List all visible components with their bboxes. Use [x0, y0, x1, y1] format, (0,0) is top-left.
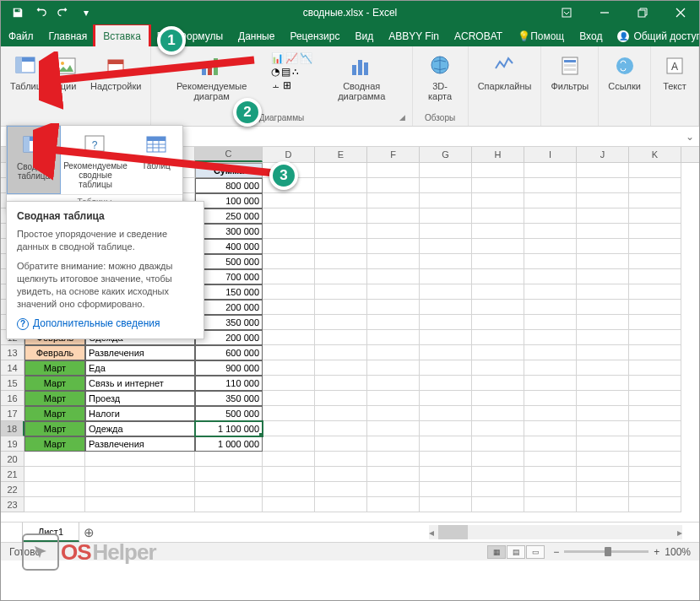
- cell[interactable]: [577, 284, 629, 300]
- cell[interactable]: [472, 239, 524, 254]
- cell[interactable]: [367, 345, 420, 360]
- sparklines-button[interactable]: Спарклайны: [474, 50, 536, 94]
- restore-icon[interactable]: [623, 1, 661, 24]
- cell[interactable]: [524, 391, 577, 406]
- cell[interactable]: [629, 208, 681, 224]
- zoom-slider[interactable]: [564, 550, 648, 553]
- cell[interactable]: [420, 269, 472, 284]
- row-header[interactable]: 18: [1, 421, 24, 436]
- cell[interactable]: [420, 452, 472, 467]
- cell[interactable]: Одежда: [85, 421, 195, 436]
- h-scrollbar[interactable]: ◂▸: [429, 525, 682, 539]
- cell[interactable]: [524, 467, 577, 482]
- tooltip-more-link[interactable]: ?Дополнительные сведения: [17, 317, 193, 330]
- cell[interactable]: 800 000: [195, 178, 263, 193]
- pivot-chart-button[interactable]: Сводная диаграмма: [317, 50, 407, 104]
- chart-pie-icon[interactable]: ◔: [271, 66, 279, 78]
- tell-me[interactable]: 💡 Помощ: [510, 24, 572, 46]
- cell[interactable]: [367, 376, 420, 391]
- cell[interactable]: [524, 178, 577, 193]
- cell[interactable]: 500 000: [195, 254, 263, 269]
- cell[interactable]: [524, 406, 577, 421]
- cell[interactable]: [524, 300, 577, 315]
- cell[interactable]: [367, 482, 420, 497]
- chart-bar-icon[interactable]: ▤: [281, 66, 290, 78]
- cell[interactable]: [315, 421, 367, 436]
- cell[interactable]: [524, 254, 577, 269]
- cell[interactable]: [629, 193, 681, 208]
- cell[interactable]: [263, 224, 315, 239]
- cell[interactable]: [524, 284, 577, 300]
- cell[interactable]: [524, 482, 577, 497]
- cell[interactable]: [577, 224, 629, 239]
- tab-home[interactable]: Главная: [41, 24, 95, 46]
- cell[interactable]: [420, 421, 472, 436]
- cell[interactable]: [472, 254, 524, 269]
- cell[interactable]: [472, 193, 524, 208]
- cell[interactable]: [263, 254, 315, 269]
- chart-scatter-icon[interactable]: ∴: [292, 66, 299, 78]
- tab-file[interactable]: Файл: [1, 24, 41, 46]
- cell[interactable]: [629, 330, 681, 345]
- cell[interactable]: [472, 345, 524, 360]
- undo-icon[interactable]: [30, 3, 51, 22]
- cell[interactable]: [524, 330, 577, 345]
- cell[interactable]: [472, 452, 524, 467]
- col-d[interactable]: D: [263, 147, 315, 162]
- cell[interactable]: 400 000: [195, 239, 263, 254]
- row-header[interactable]: 17: [1, 406, 24, 421]
- cell[interactable]: [315, 482, 367, 497]
- cell[interactable]: [367, 269, 420, 284]
- cell[interactable]: [629, 497, 681, 512]
- cell[interactable]: [367, 406, 420, 421]
- cell[interactable]: 200 000: [195, 330, 263, 345]
- pivot-table-button[interactable]: Таблиц: [6, 50, 46, 94]
- cell[interactable]: Март: [24, 360, 85, 376]
- chart-col-icon[interactable]: 📊: [271, 52, 284, 64]
- cell[interactable]: [263, 376, 315, 391]
- cell[interactable]: [577, 497, 629, 512]
- cell[interactable]: Февраль: [24, 345, 85, 360]
- cell[interactable]: [524, 376, 577, 391]
- cell[interactable]: Налоги: [85, 406, 195, 421]
- cell[interactable]: [524, 360, 577, 376]
- cell[interactable]: [577, 208, 629, 224]
- cell[interactable]: [420, 391, 472, 406]
- 3d-map-button[interactable]: 3D-карта: [418, 50, 463, 104]
- cell[interactable]: 1 100 000: [195, 421, 263, 436]
- cell[interactable]: [629, 452, 681, 467]
- cell[interactable]: [629, 269, 681, 284]
- filters-button[interactable]: Фильтры: [546, 50, 593, 94]
- row-header[interactable]: 23: [1, 497, 24, 512]
- recommended-charts-button[interactable]: Рекомендуемые диаграм: [156, 50, 267, 104]
- row-header[interactable]: 22: [1, 482, 24, 497]
- cell[interactable]: 250 000: [195, 208, 263, 224]
- cell[interactable]: [263, 330, 315, 345]
- cell[interactable]: [472, 497, 524, 512]
- tab-insert[interactable]: Вставка: [95, 24, 149, 46]
- cell[interactable]: [367, 497, 420, 512]
- row-header[interactable]: 15: [1, 376, 24, 391]
- cell[interactable]: [315, 376, 367, 391]
- tab-abbyy[interactable]: ABBYY Fin: [381, 24, 447, 46]
- cell[interactable]: [577, 360, 629, 376]
- cell[interactable]: [629, 284, 681, 300]
- cell[interactable]: 350 000: [195, 315, 263, 330]
- cell[interactable]: [420, 224, 472, 239]
- cell[interactable]: [263, 269, 315, 284]
- share-button[interactable]: 👤Общий доступ: [610, 24, 700, 46]
- cell[interactable]: [420, 406, 472, 421]
- cell[interactable]: [629, 391, 681, 406]
- cell[interactable]: 700 000: [195, 269, 263, 284]
- cell[interactable]: Развлечения: [85, 436, 195, 452]
- cell[interactable]: [577, 193, 629, 208]
- cell[interactable]: [420, 360, 472, 376]
- cell[interactable]: 900 000: [195, 360, 263, 376]
- cell[interactable]: [577, 300, 629, 315]
- cell[interactable]: [629, 315, 681, 330]
- cell[interactable]: [315, 224, 367, 239]
- cell[interactable]: [367, 300, 420, 315]
- cell[interactable]: [524, 421, 577, 436]
- cell[interactable]: [472, 482, 524, 497]
- cell[interactable]: [420, 482, 472, 497]
